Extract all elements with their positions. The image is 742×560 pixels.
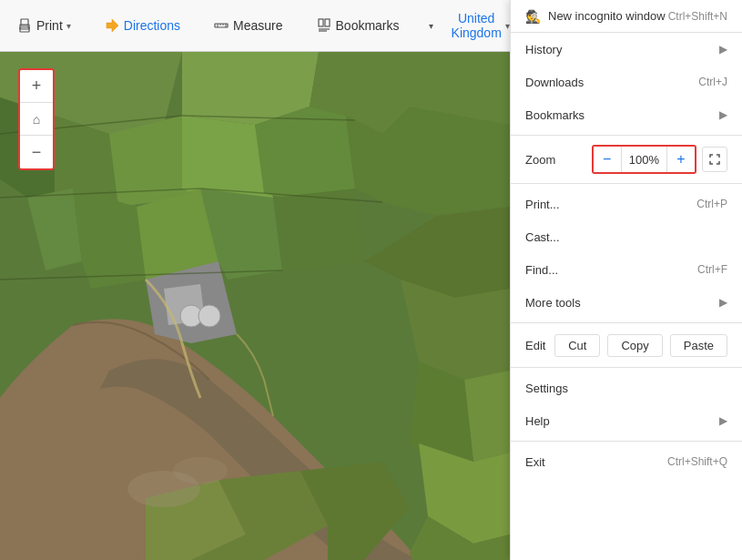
history-arrow: ▶: [719, 43, 727, 56]
zoom-decrease-button[interactable]: −: [594, 147, 621, 172]
copy-button[interactable]: Copy: [607, 334, 662, 357]
help-item[interactable]: Help ▶: [511, 404, 742, 437]
bookmarks-button[interactable]: Bookmarks: [307, 12, 409, 39]
toolbar: Print ▾ Directions Measure: [0, 0, 510, 52]
exit-item[interactable]: Exit Ctrl+Shift+Q: [511, 445, 742, 478]
bookmarks-label: Bookmarks: [336, 18, 400, 33]
divider-menu-3: [511, 322, 742, 323]
bookmarks-arrow: ▶: [719, 108, 727, 121]
svg-rect-48: [325, 19, 330, 26]
map-controls: + ⌂ −: [18, 68, 55, 170]
region-label: United Kingdom: [452, 11, 502, 40]
directions-icon: [104, 17, 120, 34]
cast-label: Cast...: [525, 230, 560, 244]
zoom-label: Zoom: [525, 153, 555, 167]
svg-point-19: [198, 305, 220, 327]
zoom-out-button[interactable]: −: [20, 136, 53, 168]
bookmarks-menu-item[interactable]: Bookmarks ▶: [511, 98, 742, 131]
downloads-shortcut: Ctrl+J: [698, 76, 727, 88]
print-button[interactable]: Print ▾: [7, 12, 80, 39]
edit-row: Edit Cut Copy Paste: [511, 327, 742, 363]
zoom-increase-button[interactable]: +: [667, 147, 695, 172]
svg-marker-26: [0, 498, 146, 560]
divider-menu-2: [511, 183, 742, 184]
new-incognito-shortcut: Ctrl+Shift+N: [668, 10, 727, 23]
print-menu-label: Print...: [525, 198, 560, 211]
new-incognito-left: 🕵 New incognito window: [525, 9, 666, 24]
zoom-controls: − 100% +: [592, 145, 696, 174]
measure-label: Measure: [233, 18, 282, 33]
svg-rect-47: [319, 19, 323, 26]
svg-marker-41: [107, 19, 118, 32]
browser-menu: 🕵 New incognito window Ctrl+Shift+N Hist…: [510, 0, 742, 560]
print-menu-item[interactable]: Print... Ctrl+P: [511, 188, 742, 220]
divider-menu-5: [511, 441, 742, 442]
divider-menu-4: [511, 367, 742, 368]
print-label: Print: [36, 18, 63, 33]
settings-item[interactable]: Settings: [511, 372, 742, 404]
incognito-icon: 🕵: [525, 9, 541, 24]
measure-button[interactable]: Measure: [204, 12, 291, 39]
find-item[interactable]: Find... Ctrl+F: [511, 253, 742, 286]
paste-button[interactable]: Paste: [670, 334, 727, 357]
measure-icon: [213, 17, 229, 34]
more-tools-item[interactable]: More tools ▶: [511, 286, 742, 319]
zoom-value: 100%: [621, 147, 667, 172]
downloads-item[interactable]: Downloads Ctrl+J: [511, 66, 742, 98]
edit-label: Edit: [525, 339, 547, 352]
settings-label: Settings: [525, 382, 568, 395]
svg-marker-15: [273, 188, 364, 270]
more-tools-label: More tools: [525, 296, 581, 310]
find-label: Find...: [525, 263, 558, 277]
history-item[interactable]: History ▶: [511, 33, 742, 66]
cast-item[interactable]: Cast...: [511, 220, 742, 253]
zoom-row: Zoom − 100% +: [511, 139, 742, 179]
new-incognito-label: New incognito window: [548, 9, 666, 23]
divider-menu-1: [511, 135, 742, 136]
help-arrow: ▶: [719, 414, 727, 427]
more-tools-arrow[interactable]: ▾: [423, 15, 439, 36]
svg-point-40: [27, 26, 29, 28]
bookmarks-icon: [316, 17, 332, 34]
svg-marker-8: [255, 107, 355, 202]
help-label: Help: [525, 414, 550, 428]
print-dropdown-arrow: ▾: [66, 21, 71, 31]
print-shortcut: Ctrl+P: [696, 198, 727, 210]
history-label: History: [525, 43, 562, 56]
zoom-in-button[interactable]: +: [20, 70, 53, 103]
find-shortcut: Ctrl+F: [697, 263, 727, 276]
more-tools-arrow-icon: ▶: [719, 296, 727, 309]
map-background: [0, 0, 510, 560]
print-icon: [16, 17, 33, 34]
fullscreen-button[interactable]: [702, 147, 727, 172]
cut-button[interactable]: Cut: [554, 334, 600, 357]
directions-button[interactable]: Directions: [95, 12, 189, 39]
bookmarks-menu-label: Bookmarks: [525, 108, 584, 122]
region-button[interactable]: United Kingdom ▾: [442, 5, 519, 46]
downloads-label: Downloads: [525, 76, 584, 89]
svg-point-36: [173, 457, 228, 484]
home-button[interactable]: ⌂: [20, 103, 53, 136]
directions-label: Directions: [124, 18, 180, 33]
exit-label: Exit: [525, 455, 545, 469]
new-incognito-item[interactable]: 🕵 New incognito window Ctrl+Shift+N: [511, 0, 742, 33]
exit-shortcut: Ctrl+Shift+Q: [667, 455, 727, 468]
